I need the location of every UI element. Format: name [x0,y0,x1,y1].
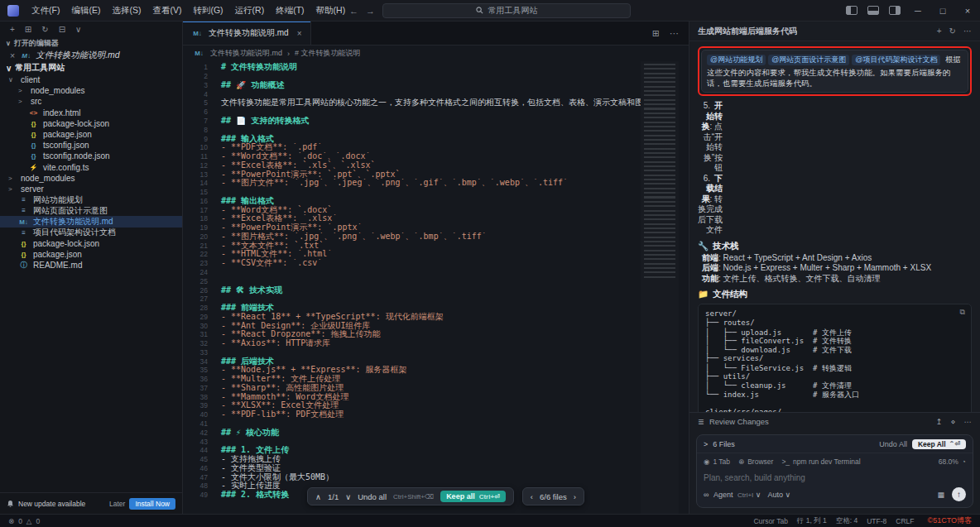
breadcrumb-file[interactable]: 文件转换功能说明.md [210,48,282,59]
menu-item[interactable]: 运行(R) [229,5,271,17]
code-line[interactable]: 27 [183,295,641,304]
new-chat-icon[interactable]: + [937,26,942,36]
context-tab[interactable]: >_npm run dev Terminal [781,458,860,466]
tree-item[interactable]: README.md [0,260,182,271]
tree-item[interactable]: > node_modules [0,173,182,184]
code-line[interactable]: 35 - **Node.js** + **Express**: 服务器框架 [183,366,641,375]
open-editors-header[interactable]: ∨ 打开的编辑器 [0,37,182,50]
code-line[interactable]: 15 [183,188,641,197]
nav-forward-icon[interactable]: → [366,6,375,16]
code-line[interactable]: 29 - **React 18** + **TypeScript**: 现代化前… [183,312,641,321]
code-line[interactable]: 34 ### 后端技术 [183,357,641,366]
app-logo[interactable] [7,5,19,17]
new-file-icon[interactable]: + [10,25,15,34]
review-changes-bar[interactable]: ≣ Review Changes ↥ ⋄ ⋯ [689,412,980,430]
diff-prev-icon[interactable]: ∧ [315,492,321,501]
code-line[interactable]: 26 ## 🛠 技术实现 [183,285,641,295]
tree-item[interactable]: package-lock.json [0,118,182,129]
code-line[interactable]: 2 [183,72,641,81]
code-line[interactable]: 21 - **文本文件**: `.txt` [183,241,641,250]
code-line[interactable]: 23 - **CSV文件**: `.csv` [183,259,641,268]
files-prev-icon[interactable]: ‹ [531,492,533,501]
tree-item[interactable]: tsconfig.node.json [0,151,182,161]
image-icon[interactable]: ▦ [937,491,944,499]
code-line[interactable]: 45 - 支持拖拽上传 [183,455,641,464]
toggle-panel-icon[interactable] [867,6,879,15]
code-line[interactable]: 37 - **Sharp**: 高性能图片处理 [183,384,641,393]
context-pill[interactable]: @网站功能规划 [707,55,766,65]
code-line[interactable]: 12 - **Excel表格**: `.xls`、`.xlsx` [183,160,641,170]
status-item[interactable]: 行 1, 列 1 [797,516,827,526]
split-editor-icon[interactable]: ⊞ [652,28,660,39]
code-line[interactable]: 16 ### 输出格式 [183,196,641,205]
tree-item[interactable]: ∨ client [0,74,182,85]
tree-item[interactable]: package.json [0,129,182,140]
code-line[interactable]: 36 - **Multer**: 文件上传处理 [183,375,641,384]
chevron-down-icon[interactable]: ∨ [75,25,81,34]
menu-item[interactable]: 帮助(H) [310,5,352,17]
tree-item[interactable]: 网站功能规划 [0,194,182,205]
diff-icon[interactable]: ⋄ [951,417,956,426]
code-line[interactable]: 39 - **XLSX**: Excel文件处理 [183,401,641,410]
context-pill[interactable]: @项目代码架构设计文档 [852,55,940,65]
status-item[interactable]: CRLF [896,517,914,525]
toggle-sidebar-icon[interactable] [846,6,858,15]
tree-item[interactable]: 网站页面设计示意图 [0,205,182,216]
code-line[interactable]: 14 - **图片文件**: `.jpg`、`.jpeg`、`.png`、`.g… [183,179,641,188]
window-maximize-button[interactable]: □ [930,0,955,22]
menu-item[interactable]: 选择(S) [106,5,147,17]
status-item[interactable]: UTF-8 [867,517,886,525]
send-button[interactable]: ↑ [952,487,966,501]
status-item[interactable]: 空格: 4 [836,516,858,526]
code-line[interactable]: 1 # 文件转换功能说明 [183,63,641,72]
code-line[interactable]: 30 - **Ant Design**: 企业级UI组件库 [183,321,641,330]
code-line[interactable]: 31 - **React Dropzone**: 拖拽上传功能 [183,330,641,339]
changed-files-bar[interactable]: > 6 Files Undo All Keep All ⌃⏎ [697,435,973,453]
context-usage[interactable]: 68.0% ◔ [939,458,966,466]
code-line[interactable]: 6 [183,108,641,117]
code-line[interactable]: 7 ## 📄 支持的转换格式 [183,117,641,126]
status-item[interactable]: Cursor Tab [753,517,787,525]
context-pill[interactable]: @网站页面设计示意图 [768,55,849,65]
new-folder-icon[interactable]: ⊞ [25,25,31,34]
code-line[interactable]: 11 - **Word文档**: `.doc`、`.docx` [183,152,641,161]
code-line[interactable]: 10 - **PDF文档**: `.pdf` [183,143,641,152]
minimap[interactable] [641,61,679,514]
code-line[interactable]: 22 - **HTML文件**: `.html` [183,250,641,259]
code-line[interactable]: 3 ## 🚀 功能概述 [183,81,641,90]
context-tab[interactable]: ◉1 Tab [704,458,730,466]
code-line[interactable]: 24 [183,268,641,277]
code-line[interactable]: 9 ### 输入格式 [183,134,641,143]
code-line[interactable]: 42 ## ⚡ 核心功能 [183,428,641,437]
context-tab[interactable]: ⊕Browser [738,458,773,466]
nav-back-icon[interactable]: ← [349,6,358,16]
menu-item[interactable]: 文件(F) [26,5,65,17]
breadcrumb-section[interactable]: # 文件转换功能说明 [295,48,361,59]
window-close-button[interactable]: × [955,0,980,22]
agent-mode-selector[interactable]: ∞ Agent Ctrl+I ∨ [704,491,761,499]
breadcrumb[interactable]: 文件转换功能说明.md › # 文件转换功能说明 [183,46,689,61]
keep-all-button[interactable]: Keep all Ctrl+⏎ [440,491,506,502]
refresh-icon[interactable]: ↻ [41,25,48,34]
code-line[interactable]: 19 - **PowerPoint演示**: `.pptx` [183,223,641,232]
code-line[interactable]: 43 [183,437,641,446]
diff-next-icon[interactable]: ∨ [345,492,351,501]
update-install-button[interactable]: Install Now [129,498,175,510]
code-line[interactable]: 8 [183,125,641,134]
menu-item[interactable]: 终端(T) [270,5,310,17]
close-icon[interactable]: × [10,50,15,60]
more-actions-icon[interactable]: ⋯ [670,28,679,39]
code-line[interactable]: 18 - **Excel表格**: `.xlsx` [183,214,641,223]
code-line[interactable]: 44 ### 1. 文件上传 [183,446,641,455]
tree-item[interactable]: > node_modules [0,85,182,96]
command-center-search[interactable]: 常用工具网站 [382,3,631,18]
toggle-secondary-sidebar-icon[interactable] [889,6,901,15]
scroll-up-icon[interactable]: ↥ [936,417,943,426]
code-line[interactable]: 40 - **PDF-lib**: PDF文档处理 [183,410,641,419]
tree-item[interactable]: 文件转换功能说明.md [0,216,182,227]
user-message[interactable]: @网站功能规划@网站页面设计示意图@项目代码架构设计文档 根据这些文件的内容和要… [701,50,968,93]
window-minimize-button[interactable]: ─ [906,0,930,22]
copy-icon[interactable]: ⧉ [960,308,965,317]
history-icon[interactable]: ↻ [949,26,956,36]
errors-icon[interactable]: ⊗ [8,517,14,525]
